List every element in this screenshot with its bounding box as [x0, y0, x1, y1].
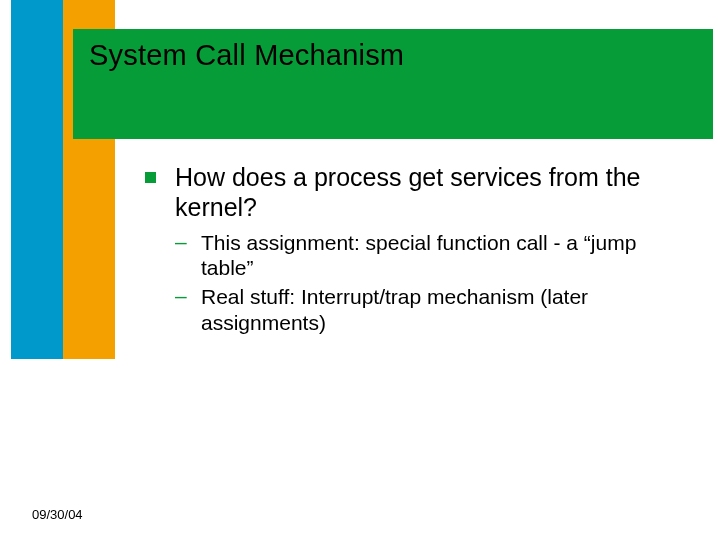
slide: System Call Mechanism How does a process…	[0, 0, 720, 540]
dash-bullet-icon: –	[175, 230, 187, 254]
bullet-level2-text: Real stuff: Interrupt/trap mechanism (la…	[201, 284, 655, 334]
bullet-level1: How does a process get services from the…	[145, 162, 655, 222]
square-bullet-icon	[145, 172, 156, 183]
decor-left-cyan	[11, 0, 63, 359]
title-banner: System Call Mechanism	[73, 29, 713, 139]
slide-title: System Call Mechanism	[89, 39, 697, 72]
bullet-level2: – Real stuff: Interrupt/trap mechanism (…	[175, 284, 655, 334]
bullet-level2: – This assignment: special function call…	[175, 230, 655, 280]
body-content: How does a process get services from the…	[145, 162, 655, 335]
bullet-level2-text: This assignment: special function call -…	[201, 230, 655, 280]
sub-bullet-group: – This assignment: special function call…	[145, 230, 655, 335]
bullet-level1-text: How does a process get services from the…	[175, 162, 655, 222]
footer-date: 09/30/04	[32, 507, 83, 522]
dash-bullet-icon: –	[175, 284, 187, 308]
